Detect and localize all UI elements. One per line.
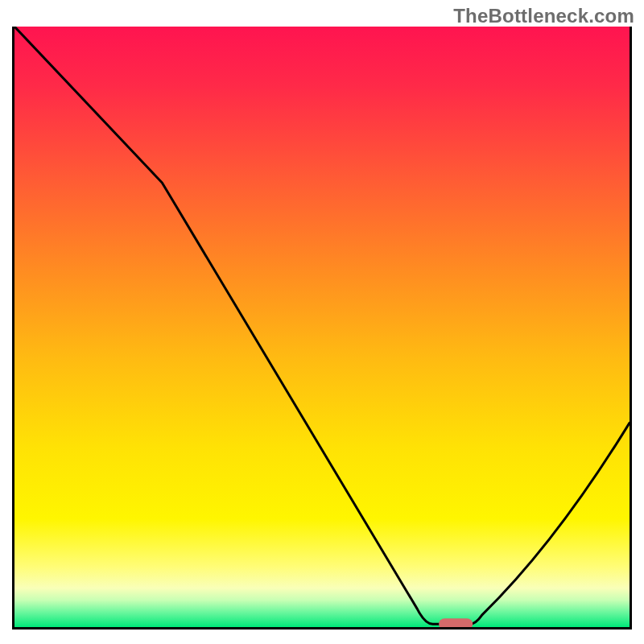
bottleneck-chart — [14, 27, 630, 627]
watermark-text: TheBottleneck.com — [453, 5, 634, 27]
chart-frame — [12, 27, 632, 630]
gradient-background — [14, 27, 630, 627]
optimal-marker — [439, 618, 473, 627]
chart-container: TheBottleneck.com — [0, 0, 644, 644]
